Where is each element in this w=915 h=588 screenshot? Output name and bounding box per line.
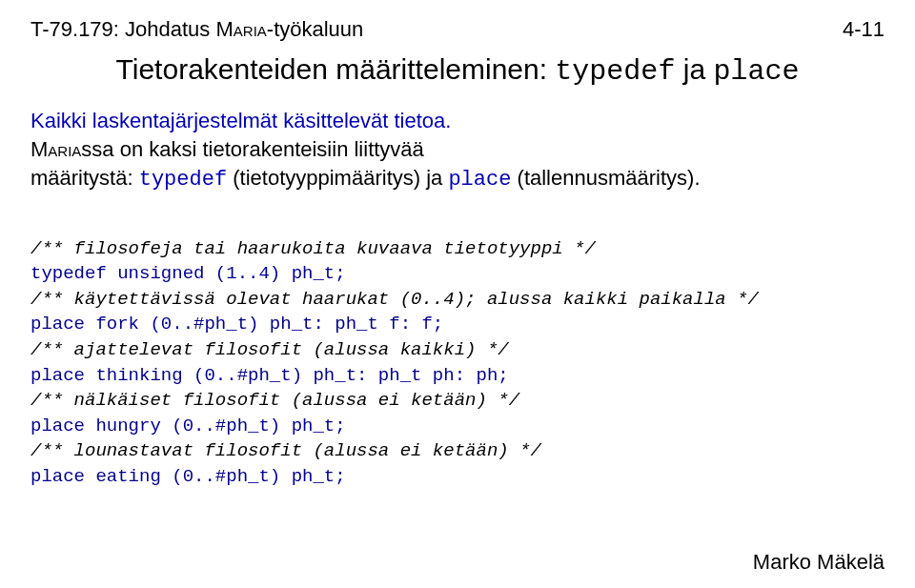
code-comment-3: /** ajattelevat filosofit (alussa kaikki… <box>30 339 509 360</box>
intro-keyword-place: place <box>448 168 511 192</box>
intro-block: Kaikki laskentajärjestelmät käsittelevät… <box>30 109 884 192</box>
code-line-4: place hungry (0..#ph_t) ph_t; <box>30 416 346 436</box>
title-keyword-place: place <box>713 55 799 88</box>
code-line-3: place thinking (0..#ph_t) ph_t: ph_t ph:… <box>30 365 509 386</box>
intro-tool: Maria <box>30 137 81 161</box>
intro-line-1: Kaikki laskentajärjestelmät käsittelevät… <box>30 109 884 133</box>
code-comment-4: /** nälkäiset filosofit (alussa ei ketää… <box>30 390 519 411</box>
title-text: Tietorakenteiden määritteleminen: <box>116 53 556 85</box>
code-line-1: typedef unsigned (1..4) ph_t; <box>30 263 346 284</box>
intro-keyword-typedef: typedef <box>139 168 227 192</box>
header-suffix: -työkaluun <box>267 17 364 41</box>
code-line-2: place fork (0..#ph_t) ph_t: ph_t f: f; <box>30 314 443 335</box>
intro-line-3c: (tallennusmääritys). <box>511 166 700 190</box>
code-comment-1: /** filosofeja tai haarukoita kuvaava ti… <box>30 238 596 259</box>
title-keyword-typedef: typedef <box>555 55 675 88</box>
code-comment-2: /** käytettävissä olevat haarukat (0..4)… <box>30 289 759 310</box>
author: Marko Mäkelä <box>753 550 884 575</box>
code-comment-5: /** lounastavat filosofit (alussa ei ket… <box>30 440 541 461</box>
code-block: /** filosofeja tai haarukoita kuvaava ti… <box>30 211 884 490</box>
code-line-5: place eating (0..#ph_t) ph_t; <box>30 466 346 487</box>
header: T-79.179: Johdatus Maria-työkaluun 4-11 <box>30 17 884 42</box>
intro-line-3b: (tietotyyppimääritys) ja <box>227 166 448 190</box>
intro-line-3: määritystä: typedef (tietotyyppimääritys… <box>30 166 884 192</box>
intro-line-2: Mariassa on kaksi tietorakenteisiin liit… <box>30 137 884 162</box>
header-prefix: T-79.179: Johdatus <box>30 17 215 41</box>
page-title: Tietorakenteiden määritteleminen: typede… <box>30 53 884 88</box>
title-mid: ja <box>675 53 713 85</box>
header-tool: Maria <box>215 17 266 41</box>
intro-line-3a: määritystä: <box>30 166 139 190</box>
intro-line-2b: ssa on kaksi tietorakenteisiin liittyvää <box>81 137 424 161</box>
page-number: 4-11 <box>843 17 884 42</box>
header-left: T-79.179: Johdatus Maria-työkaluun <box>30 17 363 42</box>
